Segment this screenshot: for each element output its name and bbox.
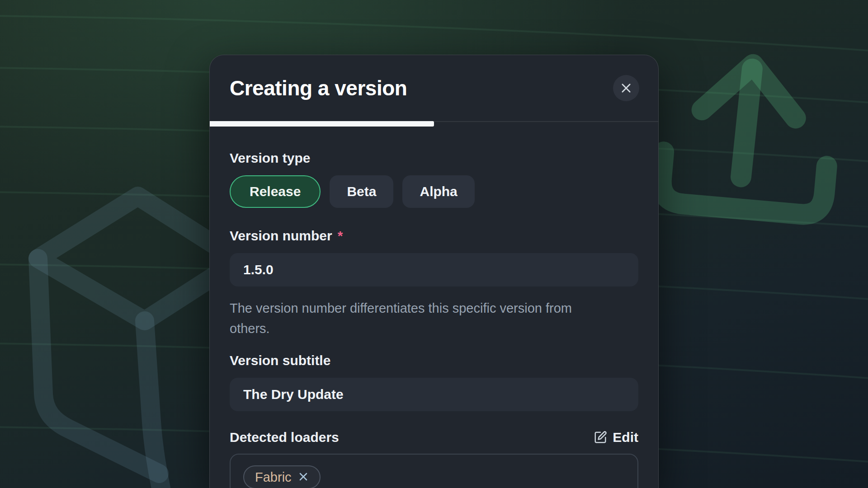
chip-close-icon bbox=[298, 471, 309, 483]
close-button[interactable] bbox=[613, 75, 639, 101]
modal-title: Creating a version bbox=[230, 76, 407, 100]
wizard-progress-fill bbox=[210, 121, 434, 127]
loader-chip-fabric: Fabric bbox=[243, 465, 321, 488]
version-number-label: Version number bbox=[230, 228, 332, 244]
modal-body: Version type Release Beta Alpha Version … bbox=[210, 127, 658, 488]
detected-loaders-row: Detected loaders Edit bbox=[230, 429, 638, 446]
close-icon bbox=[620, 82, 632, 94]
edit-loaders-button[interactable]: Edit bbox=[594, 430, 638, 445]
version-type-beta-button[interactable]: Beta bbox=[330, 175, 393, 208]
edit-pencil-icon bbox=[594, 431, 607, 444]
modal-header: Creating a version bbox=[210, 55, 658, 121]
remove-fabric-chip-button[interactable] bbox=[298, 471, 309, 483]
upload-arrow-decoration bbox=[659, 57, 835, 216]
version-number-label-row: Version number * bbox=[230, 228, 638, 244]
version-subtitle-label: Version subtitle bbox=[230, 352, 638, 369]
version-type-alpha-button[interactable]: Alpha bbox=[402, 175, 474, 208]
version-number-input[interactable] bbox=[230, 253, 638, 286]
edit-label: Edit bbox=[613, 430, 638, 445]
version-subtitle-input[interactable] bbox=[230, 378, 638, 411]
version-type-label: Version type bbox=[230, 150, 638, 166]
required-asterisk: * bbox=[338, 228, 343, 244]
create-version-modal: Creating a version Version type Release … bbox=[209, 55, 659, 488]
wizard-progress-track bbox=[210, 121, 658, 127]
loader-chip-label: Fabric bbox=[255, 470, 292, 485]
page-background: { "modal": { "title": "Creating a versio… bbox=[0, 0, 868, 488]
version-number-help: The version number differentiates this s… bbox=[230, 298, 638, 339]
version-type-options: Release Beta Alpha bbox=[230, 175, 638, 208]
version-type-release-button[interactable]: Release bbox=[230, 175, 321, 208]
detected-loaders-label: Detected loaders bbox=[230, 429, 339, 446]
detected-loaders-box: Fabric bbox=[230, 454, 638, 488]
